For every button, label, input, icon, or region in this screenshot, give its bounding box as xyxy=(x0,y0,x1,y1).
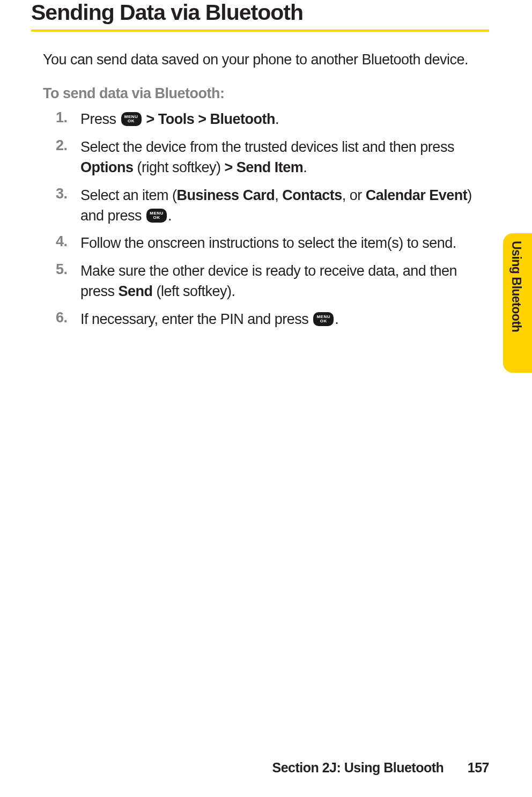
step-number: 5. xyxy=(56,261,80,278)
title-underline xyxy=(31,29,489,32)
footer-section: Section 2J: Using Bluetooth xyxy=(272,760,444,775)
step-text: If necessary, enter the PIN and press ME… xyxy=(80,309,338,330)
step-number: 1. xyxy=(56,109,80,126)
page-title: Sending Data via Bluetooth xyxy=(31,0,489,25)
side-tab-label: Using Bluetooth xyxy=(509,241,523,332)
menu-ok-icon: MENUOK xyxy=(121,112,142,126)
step-text: Select the device from the trusted devic… xyxy=(80,137,489,178)
step-5: 5. Make sure the other device is ready t… xyxy=(56,261,489,302)
step-text: Follow the onscreen instructions to sele… xyxy=(80,233,456,254)
footer-page-number: 157 xyxy=(468,760,489,775)
menu-ok-icon: MENUOK xyxy=(146,209,167,223)
step-number: 2. xyxy=(56,137,80,154)
step-1: 1. Press MENUOK > Tools > Bluetooth. xyxy=(56,109,489,130)
step-number: 4. xyxy=(56,233,80,250)
step-text: Select an item (Business Card, Contacts,… xyxy=(80,186,489,226)
step-2: 2. Select the device from the trusted de… xyxy=(56,137,489,178)
intro-text: You can send data saved on your phone to… xyxy=(43,50,489,69)
step-6: 6. If necessary, enter the PIN and press… xyxy=(56,309,489,330)
step-number: 3. xyxy=(56,186,80,202)
step-3: 3. Select an item (Business Card, Contac… xyxy=(56,186,489,226)
side-tab: Using Bluetooth xyxy=(503,233,532,373)
step-text: Make sure the other device is ready to r… xyxy=(80,261,489,302)
step-number: 6. xyxy=(56,309,80,326)
step-4: 4. Follow the onscreen instructions to s… xyxy=(56,233,489,254)
steps-list: 1. Press MENUOK > Tools > Bluetooth. 2. … xyxy=(56,109,489,329)
step-text: Press MENUOK > Tools > Bluetooth. xyxy=(80,109,279,130)
page-footer: Section 2J: Using Bluetooth 157 xyxy=(272,760,489,776)
subheading: To send data via Bluetooth: xyxy=(43,85,489,102)
menu-ok-icon: MENUOK xyxy=(313,312,334,326)
